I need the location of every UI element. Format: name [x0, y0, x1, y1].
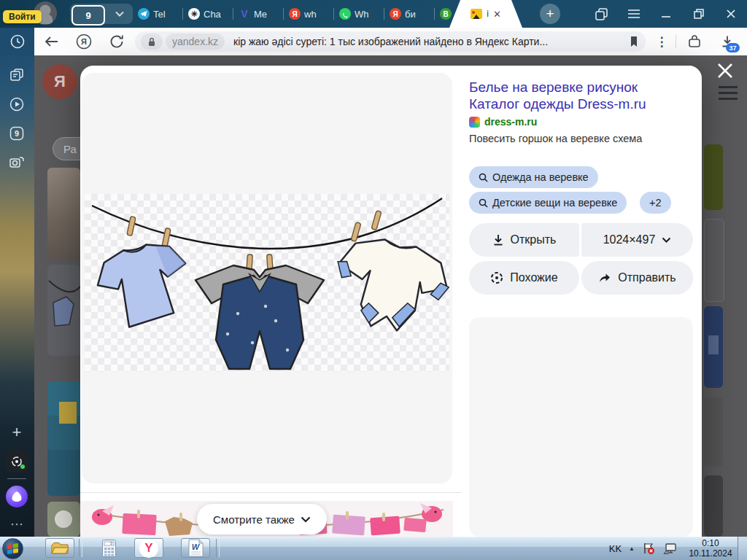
tray-expand-icon[interactable]: ▲ [629, 545, 635, 552]
taskbar-grip [79, 539, 82, 557]
extension-icon[interactable] [686, 33, 703, 50]
share-arrow-icon [598, 272, 611, 284]
chevron-down-icon [662, 237, 671, 244]
close-viewer-icon[interactable] [716, 61, 735, 80]
tab-count[interactable]: 9 [71, 5, 105, 26]
minimize-button[interactable] [657, 5, 676, 23]
clock-time: 0:10 [702, 538, 719, 548]
sidebar-more-icon[interactable]: ⋯ [6, 513, 28, 535]
yandex-browser-icon: Y [139, 539, 158, 558]
action-center-flag-icon[interactable] [642, 542, 655, 555]
thumbnail-dimmed [47, 265, 80, 356]
lock-icon[interactable] [141, 34, 163, 50]
loading-placeholder-card [469, 317, 693, 537]
blue-tshirt [91, 236, 197, 332]
similar-icon [490, 271, 503, 284]
related-query-chip[interactable]: Детские вещи на веревке [469, 192, 627, 214]
image-viewer-modal: Смотрите также Белье на веревке рисунок … [80, 66, 702, 537]
sidebar-divider [7, 478, 26, 479]
close-window-button[interactable] [721, 5, 740, 23]
svg-text:0: 0 [110, 541, 112, 545]
start-button[interactable] [2, 538, 23, 559]
back-icon[interactable] [42, 33, 60, 50]
thumbnail-dimmed [47, 168, 80, 259]
tab-yandex-1[interactable]: Я wh [284, 0, 333, 28]
kebab-menu-icon[interactable]: ⋮ [653, 33, 670, 50]
similar-images-button[interactable]: Похожие [469, 261, 579, 295]
thumbnail-dimmed [47, 502, 80, 537]
pink-bird [92, 505, 114, 525]
open-button[interactable]: Открыть [469, 223, 579, 257]
download-icon [492, 234, 504, 246]
new-tab-button[interactable]: + [540, 4, 560, 24]
taskbar-yandex-button[interactable]: Y [134, 538, 163, 558]
share-button[interactable]: Отправить [581, 261, 693, 295]
network-icon[interactable] [662, 542, 677, 555]
yandex-icon: Я [390, 8, 401, 20]
refresh-icon[interactable] [108, 33, 125, 50]
tab-counter-group[interactable]: 9 [70, 4, 133, 24]
language-indicator[interactable]: KK [609, 543, 622, 554]
taskbar-explorer-button[interactable] [45, 538, 74, 558]
clothesline-image[interactable] [85, 194, 449, 372]
see-also-button[interactable]: Смотрите также [197, 504, 327, 534]
tab-telegram[interactable]: Tel [133, 0, 182, 28]
taskbar-calculator-button[interactable]: 0 [95, 538, 123, 558]
chatgpt-icon: ✳ [188, 8, 200, 20]
whatsapp-icon [339, 8, 351, 20]
address-bar[interactable]: yandex.kz кір жаю әдісі суреті: 1 тыс из… [135, 31, 646, 52]
video-play-icon[interactable] [6, 93, 28, 115]
browser-sidebar: 9 + ⋯ [0, 55, 34, 537]
active-tab[interactable]: і ✕ [449, 0, 522, 28]
tab-medium[interactable]: V Me [233, 0, 283, 28]
more-queries-chip[interactable]: +2 [640, 192, 671, 214]
history-icon[interactable] [0, 28, 34, 55]
folder-icon [50, 541, 69, 556]
domain-chip[interactable]: yandex.kz [166, 34, 225, 50]
search-icon [479, 198, 488, 208]
thumbnail-detail [708, 335, 719, 354]
taskbar-word-button[interactable]: W [181, 538, 210, 558]
alice-assistant-icon[interactable] [6, 486, 28, 508]
show-desktop-button[interactable] [738, 537, 747, 560]
status-dot [20, 464, 25, 469]
side-panels-icon[interactable] [592, 5, 611, 23]
search-icon [479, 173, 488, 182]
feed-icon[interactable] [6, 64, 28, 86]
related-query-chip[interactable]: Одежда на веревке [469, 166, 598, 188]
tab-close-icon[interactable]: ✕ [493, 9, 501, 19]
thumbnail-dimmed [704, 306, 723, 388]
svg-text:Я: Я [81, 37, 87, 46]
chevron-down-icon[interactable] [107, 4, 133, 24]
recorder-app-icon[interactable] [6, 451, 28, 472]
url-query-text[interactable]: кір жаю әдісі суреті: 1 тыс изображений … [233, 36, 628, 47]
image-title-link[interactable]: Белье на веревке рисунок Каталог одежды … [469, 79, 689, 112]
tab-whatsapp[interactable]: Wh [334, 0, 384, 28]
screenshot-icon[interactable] [6, 152, 28, 174]
image-caption: Повесить горшок на веревке схема [469, 133, 642, 144]
site-favicon [469, 117, 480, 128]
word-icon: W [188, 539, 204, 557]
yandex-home-icon[interactable]: Я [75, 33, 93, 50]
tab-chatgpt[interactable]: ✳ Cha [183, 0, 233, 28]
tabs-panel-icon[interactable]: 9 [6, 122, 28, 144]
thumbnail-dimmed [704, 475, 723, 537]
see-also-strip[interactable]: Смотрите также [80, 501, 453, 537]
restore-button[interactable] [689, 5, 708, 23]
size-dropdown[interactable]: 1024×497 [581, 223, 693, 257]
page-menu-dimmed-icon [719, 86, 738, 104]
thumbnail-detail [59, 402, 77, 424]
source-site[interactable]: dress-m.ru [469, 116, 537, 128]
chevron-down-icon [301, 516, 311, 523]
menu-icon[interactable] [624, 5, 643, 23]
clock-date: 10.11.2024 [689, 548, 732, 559]
tab-yandex-2[interactable]: Я би [384, 0, 434, 28]
thumbnail-dimmed [704, 219, 724, 302]
sidebar-add-icon[interactable]: + [6, 421, 28, 443]
taskbar-clock[interactable]: 0:10 10.11.2024 [684, 538, 737, 559]
login-badge[interactable]: Войти [3, 10, 42, 23]
bookmark-icon[interactable] [628, 35, 640, 48]
yandex-logo-dimmed: Я [42, 64, 77, 99]
main-image-card[interactable] [82, 73, 452, 483]
downloads-icon[interactable]: 37 [719, 33, 736, 50]
